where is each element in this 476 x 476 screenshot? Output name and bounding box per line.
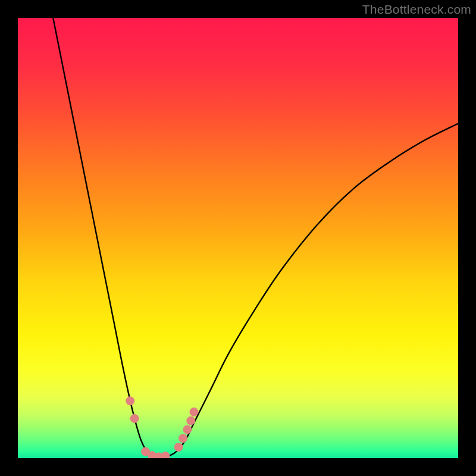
plot-area xyxy=(18,18,458,458)
curve-marker xyxy=(183,425,192,434)
curve-marker xyxy=(187,416,195,425)
curve-marker xyxy=(130,414,139,422)
curve-marker xyxy=(190,408,198,416)
curve-marker xyxy=(126,397,134,405)
bottleneck-curve xyxy=(53,18,458,458)
curve-marker xyxy=(174,443,183,452)
curve-marker xyxy=(179,434,187,443)
bottleneck-curve-layer xyxy=(18,18,458,458)
curve-marker xyxy=(161,452,170,458)
watermark-text: TheBottleneck.com xyxy=(362,2,471,17)
chart-frame: TheBottleneck.com xyxy=(0,0,476,476)
